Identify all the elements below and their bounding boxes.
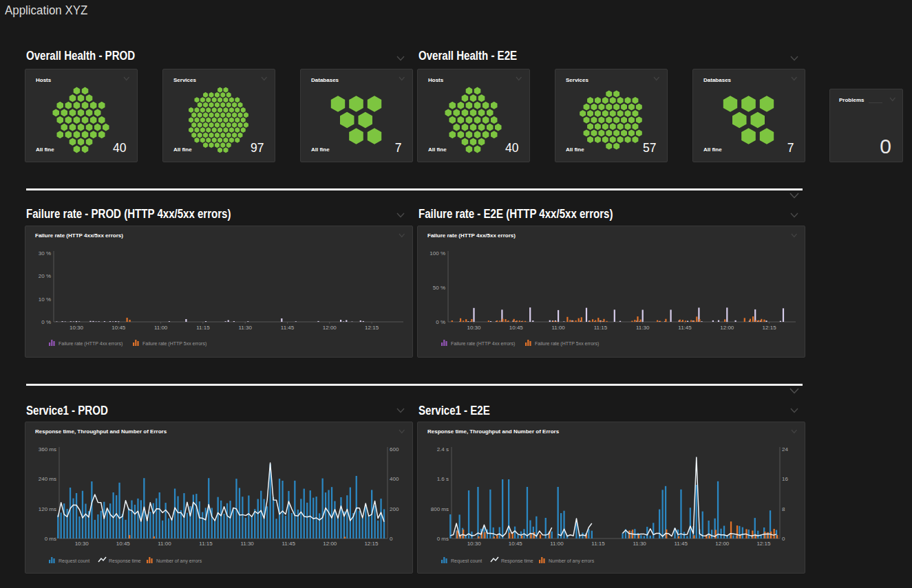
svg-text:20 %: 20 % <box>39 273 51 279</box>
svg-text:Failure rate (HTTP 5xx errors): Failure rate (HTTP 5xx errors) <box>142 341 206 347</box>
svg-text:0 %: 0 % <box>436 319 445 325</box>
svg-text:11:00: 11:00 <box>550 541 564 547</box>
svg-text:11:00: 11:00 <box>154 325 168 331</box>
svg-text:24: 24 <box>782 446 788 453</box>
svg-text:8: 8 <box>782 506 785 512</box>
svg-text:Request count: Request count <box>451 558 482 564</box>
svg-text:12:00: 12:00 <box>323 325 337 331</box>
svg-text:Number of any errors: Number of any errors <box>156 558 202 564</box>
svg-text:100 %: 100 % <box>430 250 445 257</box>
svg-text:Request count: Request count <box>59 558 89 564</box>
svg-text:Failure rate (HTTP 5xx errors): Failure rate (HTTP 5xx errors) <box>535 341 599 347</box>
svg-text:11:30: 11:30 <box>633 541 646 547</box>
svg-text:10:45: 10:45 <box>509 325 524 331</box>
svg-text:12:15: 12:15 <box>763 325 777 331</box>
svg-text:12:15: 12:15 <box>756 541 771 547</box>
svg-text:Failure rate (HTTP 4xx errors): Failure rate (HTTP 4xx errors) <box>451 341 515 347</box>
svg-text:11:30: 11:30 <box>240 541 254 547</box>
svg-text:16: 16 <box>782 476 788 482</box>
svg-text:11:45: 11:45 <box>282 541 295 547</box>
svg-text:0 ms: 0 ms <box>45 536 56 542</box>
svg-text:12:15: 12:15 <box>364 541 379 547</box>
svg-text:11:15: 11:15 <box>199 541 213 547</box>
svg-text:11:45: 11:45 <box>674 541 688 547</box>
svg-text:12:00: 12:00 <box>323 541 337 547</box>
svg-text:11:15: 11:15 <box>196 325 210 331</box>
svg-text:200: 200 <box>390 506 399 512</box>
svg-text:10:30: 10:30 <box>75 541 89 547</box>
svg-text:11:30: 11:30 <box>636 325 650 331</box>
svg-text:12:00: 12:00 <box>715 541 730 547</box>
svg-text:10 %: 10 % <box>39 296 51 303</box>
svg-text:10:45: 10:45 <box>116 541 131 547</box>
svg-text:0: 0 <box>782 536 785 542</box>
svg-text:11:15: 11:15 <box>594 325 608 331</box>
svg-text:10:30: 10:30 <box>467 541 482 547</box>
svg-text:0: 0 <box>390 536 393 542</box>
svg-text:11:15: 11:15 <box>591 541 605 547</box>
svg-text:0 ms: 0 ms <box>437 536 449 542</box>
svg-text:120 ms: 120 ms <box>39 506 56 512</box>
svg-text:11:00: 11:00 <box>158 541 171 547</box>
svg-text:10:30: 10:30 <box>70 325 84 331</box>
svg-text:11:45: 11:45 <box>678 325 692 331</box>
svg-text:Failure rate (HTTP 4xx errors): Failure rate (HTTP 4xx errors) <box>59 341 123 347</box>
svg-text:Response time: Response time <box>501 558 533 564</box>
svg-text:50 %: 50 % <box>433 285 445 291</box>
svg-text:12:00: 12:00 <box>720 325 734 331</box>
svg-text:Response time: Response time <box>109 558 141 564</box>
svg-text:240 ms: 240 ms <box>39 476 56 482</box>
svg-text:Number of any errors: Number of any errors <box>549 558 595 564</box>
svg-text:30 %: 30 % <box>39 250 51 257</box>
svg-text:10:30: 10:30 <box>467 325 481 331</box>
svg-text:2.4 s: 2.4 s <box>437 446 449 453</box>
svg-text:0 %: 0 % <box>41 319 51 325</box>
svg-text:800 ms: 800 ms <box>431 506 449 512</box>
svg-text:10:45: 10:45 <box>509 541 523 547</box>
svg-text:11:00: 11:00 <box>551 325 565 331</box>
svg-text:11:45: 11:45 <box>281 325 295 331</box>
svg-text:10:45: 10:45 <box>112 325 126 331</box>
svg-text:600: 600 <box>390 446 399 453</box>
svg-text:12:15: 12:15 <box>365 325 379 331</box>
svg-text:11:30: 11:30 <box>238 325 252 331</box>
svg-text:360 ms: 360 ms <box>39 446 56 453</box>
svg-text:400: 400 <box>390 476 399 482</box>
svg-text:1.6 s: 1.6 s <box>437 476 449 482</box>
